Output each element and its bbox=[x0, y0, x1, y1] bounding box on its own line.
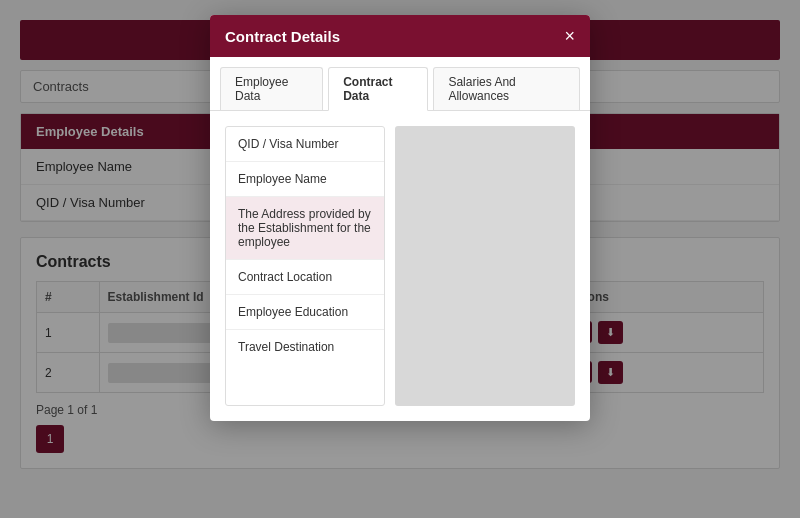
field-employee-name[interactable]: Employee Name bbox=[226, 162, 384, 197]
field-employee-education[interactable]: Employee Education bbox=[226, 295, 384, 330]
modal-header: Contract Details × bbox=[210, 15, 590, 57]
tab-salaries-allowances[interactable]: Salaries And Allowances bbox=[433, 67, 580, 110]
field-preview bbox=[395, 126, 575, 406]
modal-body: QID / Visa Number Employee Name The Addr… bbox=[210, 111, 590, 421]
field-address[interactable]: The Address provided by the Establishmen… bbox=[226, 197, 384, 260]
modal-title: Contract Details bbox=[225, 28, 340, 45]
field-travel-destination[interactable]: Travel Destination bbox=[226, 330, 384, 364]
tab-employee-data[interactable]: Employee Data bbox=[220, 67, 323, 110]
field-list: QID / Visa Number Employee Name The Addr… bbox=[225, 126, 385, 406]
contract-details-modal: Contract Details × Employee Data Contrac… bbox=[210, 15, 590, 421]
modal-overlay: Contract Details × Employee Data Contrac… bbox=[0, 0, 800, 518]
modal-close-button[interactable]: × bbox=[564, 27, 575, 45]
tab-contract-data[interactable]: Contract Data bbox=[328, 67, 428, 111]
field-qid-visa[interactable]: QID / Visa Number bbox=[226, 127, 384, 162]
field-contract-location[interactable]: Contract Location bbox=[226, 260, 384, 295]
modal-tabs: Employee Data Contract Data Salaries And… bbox=[210, 57, 590, 111]
